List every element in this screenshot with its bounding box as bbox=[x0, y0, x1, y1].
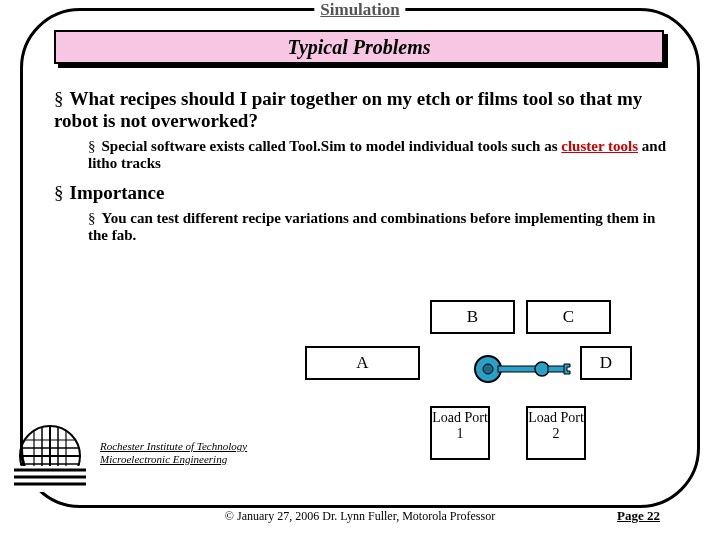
content-area: §What recipes should I pair together on … bbox=[54, 88, 674, 254]
svg-point-1 bbox=[483, 364, 493, 374]
chamber-b: B bbox=[430, 300, 515, 334]
footer-institution: Rochester Institute of Technology Microe… bbox=[100, 440, 247, 466]
svg-rect-4 bbox=[548, 366, 566, 372]
chamber-c: C bbox=[526, 300, 611, 334]
svg-point-3 bbox=[535, 362, 549, 376]
footer-inst-line2: Microelectronic Engineering bbox=[100, 453, 247, 466]
chamber-a: A bbox=[305, 346, 420, 380]
bullet-2-text: Importance bbox=[70, 182, 165, 203]
load-port-2: Load Port 2 bbox=[526, 406, 586, 460]
globe-logo-icon bbox=[14, 420, 86, 492]
bullet-marker: § bbox=[88, 138, 96, 154]
bullet-2-sub: §You can test different recipe variation… bbox=[88, 210, 674, 244]
bullet-1: §What recipes should I pair together on … bbox=[54, 88, 674, 132]
load-port-1: Load Port 1 bbox=[430, 406, 490, 460]
subtitle-text: Typical Problems bbox=[54, 30, 664, 64]
footer-copyright: © January 27, 2006 Dr. Lynn Fuller, Moto… bbox=[0, 509, 720, 524]
bullet-2-sub-text: You can test different recipe variations… bbox=[88, 210, 655, 243]
cluster-tool-diagram: B C A D Load Port 1 Load Port 2 bbox=[280, 300, 650, 470]
cluster-tools-link[interactable]: cluster tools bbox=[561, 138, 638, 154]
robot-arm-icon bbox=[470, 354, 580, 384]
bullet-marker: § bbox=[54, 88, 64, 109]
footer-inst-line1: Rochester Institute of Technology bbox=[100, 440, 247, 453]
footer-page-number: Page 22 bbox=[617, 508, 660, 524]
chamber-d: D bbox=[580, 346, 632, 380]
svg-rect-2 bbox=[498, 366, 538, 372]
bullet-1-sub-prefix: Special software exists called Tool.Sim … bbox=[102, 138, 562, 154]
bullet-1-sub: §Special software exists called Tool.Sim… bbox=[88, 138, 674, 172]
page-header: Simulation bbox=[314, 0, 405, 20]
subtitle-box: Typical Problems bbox=[54, 30, 666, 68]
bullet-1-text: What recipes should I pair together on m… bbox=[54, 88, 642, 131]
bullet-marker: § bbox=[54, 182, 64, 203]
bullet-marker: § bbox=[88, 210, 96, 226]
bullet-2: §Importance bbox=[54, 182, 674, 204]
